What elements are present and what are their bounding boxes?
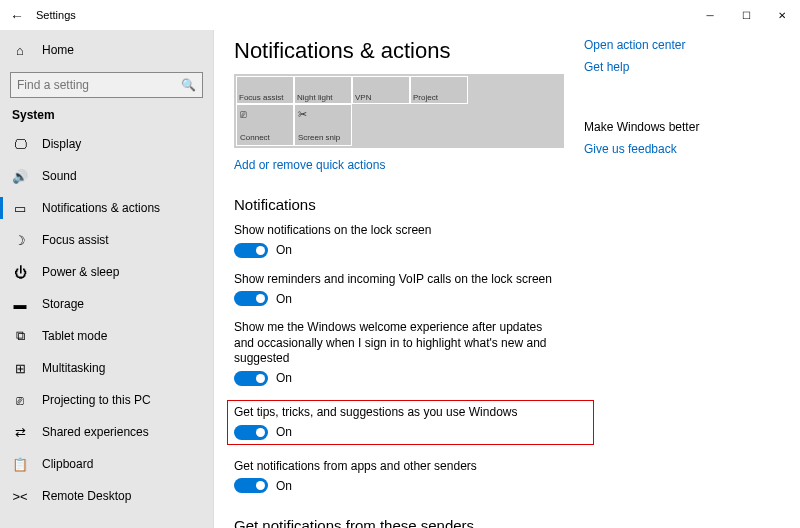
notifications-header: Notifications: [234, 196, 564, 213]
opt-reminders-voip: Show reminders and incoming VoIP calls o…: [234, 272, 564, 307]
senders-header: Get notifications from these senders: [234, 517, 564, 528]
home-icon: ⌂: [12, 43, 28, 58]
qa-tile-connect[interactable]: ⎚Connect: [236, 104, 294, 146]
minimize-button[interactable]: ─: [692, 0, 728, 30]
nav-home[interactable]: ⌂ Home: [0, 34, 213, 66]
opt-label: Get notifications from apps and other se…: [234, 459, 564, 475]
toggle[interactable]: [234, 425, 268, 440]
opt-label: Get tips, tricks, and suggestions as you…: [234, 405, 587, 421]
main-column: Notifications & actions Focus assist Nig…: [214, 30, 584, 528]
nav-label: Multitasking: [42, 361, 105, 375]
opt-app-notifications: Get notifications from apps and other se…: [234, 459, 564, 494]
back-button[interactable]: ←: [10, 7, 30, 24]
nav-storage[interactable]: ▬Storage: [0, 288, 213, 320]
toggle[interactable]: [234, 291, 268, 306]
nav-remote-desktop[interactable]: ><Remote Desktop: [0, 480, 213, 512]
quick-actions-link[interactable]: Add or remove quick actions: [234, 158, 385, 172]
storage-icon: ▬: [12, 297, 28, 312]
nav-tablet-mode[interactable]: ⧉Tablet mode: [0, 320, 213, 352]
sidebar-category: System: [12, 108, 213, 122]
nav-multitasking[interactable]: ⊞Multitasking: [0, 352, 213, 384]
nav-notifications[interactable]: ▭Notifications & actions: [0, 192, 213, 224]
nav-label: Notifications & actions: [42, 201, 160, 215]
nav-clipboard[interactable]: 📋Clipboard: [0, 448, 213, 480]
clipboard-icon: 📋: [12, 457, 28, 472]
toggle-state: On: [276, 371, 292, 385]
nav-label: Projecting to this PC: [42, 393, 151, 407]
nav-shared-experiences[interactable]: ⇄Shared experiences: [0, 416, 213, 448]
nav-label: Display: [42, 137, 81, 151]
search-icon: 🔍: [181, 78, 196, 92]
nav-label: Sound: [42, 169, 77, 183]
toggle[interactable]: [234, 243, 268, 258]
shared-icon: ⇄: [12, 425, 28, 440]
nav-sound[interactable]: 🔊Sound: [0, 160, 213, 192]
multitasking-icon: ⊞: [12, 361, 28, 376]
shell: ⌂ Home 🔍 System 🖵Display 🔊Sound ▭Notific…: [0, 30, 800, 528]
opt-label: Show reminders and incoming VoIP calls o…: [234, 272, 564, 288]
opt-welcome-experience: Show me the Windows welcome experience a…: [234, 320, 564, 386]
page-title: Notifications & actions: [234, 38, 564, 64]
nav-home-label: Home: [42, 43, 74, 57]
display-icon: 🖵: [12, 137, 28, 152]
nav-label: Tablet mode: [42, 329, 107, 343]
maximize-button[interactable]: ☐: [728, 0, 764, 30]
opt-label: Show me the Windows welcome experience a…: [234, 320, 564, 367]
qa-tile[interactable]: Focus assist: [236, 76, 294, 104]
nav-display[interactable]: 🖵Display: [0, 128, 213, 160]
toggle-state: On: [276, 292, 292, 306]
sidebar: ⌂ Home 🔍 System 🖵Display 🔊Sound ▭Notific…: [0, 30, 214, 528]
qa-tile[interactable]: Project: [410, 76, 468, 104]
nav-label: Remote Desktop: [42, 489, 131, 503]
toggle[interactable]: [234, 478, 268, 493]
sound-icon: 🔊: [12, 169, 28, 184]
nav-label: Power & sleep: [42, 265, 119, 279]
focus-assist-icon: ☽: [12, 233, 28, 248]
opt-tips-tricks: Get tips, tricks, and suggestions as you…: [227, 400, 594, 445]
link-feedback[interactable]: Give us feedback: [584, 142, 754, 156]
nav-label: Shared experiences: [42, 425, 149, 439]
content: Notifications & actions Focus assist Nig…: [214, 30, 800, 528]
opt-lock-screen-notif: Show notifications on the lock screen On: [234, 223, 564, 258]
power-icon: ⏻: [12, 265, 28, 280]
toggle-state: On: [276, 425, 292, 439]
snip-icon: ✂: [298, 108, 307, 121]
nav-label: Clipboard: [42, 457, 93, 471]
qa-tile[interactable]: VPN: [352, 76, 410, 104]
search-input[interactable]: [17, 78, 181, 92]
aside-header: Make Windows better: [584, 120, 754, 134]
titlebar: ← Settings ─ ☐ ✕: [0, 0, 800, 30]
qa-tile-screen-snip[interactable]: ✂Screen snip: [294, 104, 352, 146]
nav-focus-assist[interactable]: ☽Focus assist: [0, 224, 213, 256]
tablet-icon: ⧉: [12, 328, 28, 344]
projecting-icon: ⎚: [12, 393, 28, 408]
link-get-help[interactable]: Get help: [584, 60, 754, 74]
opt-label: Show notifications on the lock screen: [234, 223, 564, 239]
link-action-center[interactable]: Open action center: [584, 38, 754, 52]
remote-desktop-icon: ><: [12, 489, 28, 504]
qa-tile[interactable]: Night light: [294, 76, 352, 104]
window-title: Settings: [36, 9, 76, 21]
nav-label: Storage: [42, 297, 84, 311]
close-button[interactable]: ✕: [764, 0, 800, 30]
nav-power-sleep[interactable]: ⏻Power & sleep: [0, 256, 213, 288]
toggle-state: On: [276, 243, 292, 257]
quick-actions-panel: Focus assist Night light VPN Project ⎚Co…: [234, 74, 564, 148]
notifications-icon: ▭: [12, 201, 28, 216]
connect-icon: ⎚: [240, 108, 247, 120]
toggle[interactable]: [234, 371, 268, 386]
window-controls: ─ ☐ ✕: [692, 0, 800, 30]
nav-label: Focus assist: [42, 233, 109, 247]
nav-projecting[interactable]: ⎚Projecting to this PC: [0, 384, 213, 416]
toggle-state: On: [276, 479, 292, 493]
aside: Open action center Get help Make Windows…: [584, 30, 764, 528]
search-box[interactable]: 🔍: [10, 72, 203, 98]
